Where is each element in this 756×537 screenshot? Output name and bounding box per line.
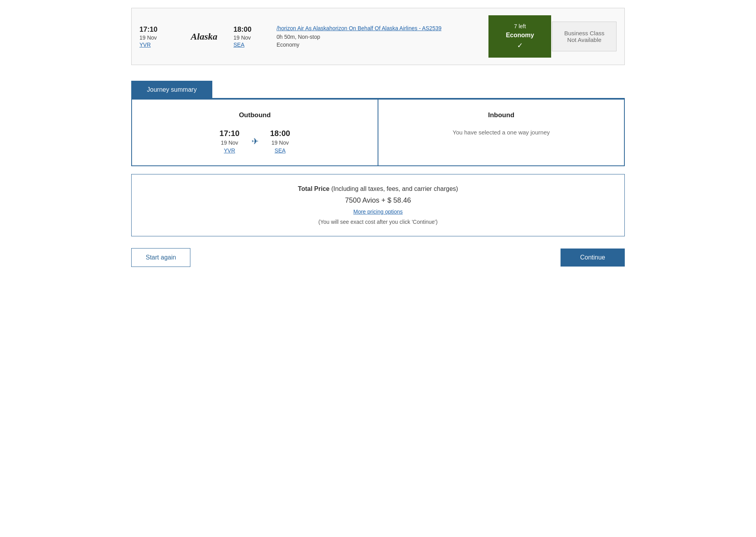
outbound-arr-date: 19 Nov xyxy=(270,140,290,146)
flight-details: /horizon Air As Alaskahorizon On Behalf … xyxy=(269,25,488,48)
business-not-available: Not Available xyxy=(567,36,601,43)
more-pricing-options-link[interactable]: More pricing options xyxy=(139,209,617,215)
outbound-route: 17:10 19 Nov YVR ✈ 18:00 19 Nov SEA xyxy=(140,129,370,154)
economy-class-label: Economy xyxy=(506,32,534,39)
arrival-info: 18:00 19 Nov SEA xyxy=(233,25,269,48)
departure-time: 17:10 xyxy=(139,25,175,34)
outbound-dep-time: 17:10 xyxy=(219,129,239,138)
airline-logo: Alaska xyxy=(186,31,222,42)
bottom-buttons: Start again Continue xyxy=(131,248,625,267)
pricing-box: Total Price (Including all taxes, fees, … xyxy=(131,174,625,236)
departure-info: 17:10 19 Nov YVR xyxy=(139,25,175,48)
arrival-airport[interactable]: SEA xyxy=(233,42,269,48)
plane-icon: ✈ xyxy=(251,136,259,147)
total-price-rest: (Including all taxes, fees, and carrier … xyxy=(329,185,458,192)
arrival-date: 19 Nov xyxy=(233,34,269,41)
total-price-label: Total Price (Including all taxes, fees, … xyxy=(139,185,617,192)
outbound-arr-airport[interactable]: SEA xyxy=(270,147,290,154)
outbound-title: Outbound xyxy=(140,111,370,119)
economy-checkmark: ✓ xyxy=(517,41,523,50)
business-option: Business Class Not Available xyxy=(552,22,617,51)
economy-option[interactable]: 7 left Economy ✓ xyxy=(488,15,551,58)
inbound-title: Inbound xyxy=(386,111,616,119)
pricing-note: (You will see exact cost after you click… xyxy=(139,219,617,225)
flight-class: Economy xyxy=(277,42,481,48)
outbound-card: Outbound 17:10 19 Nov YVR ✈ 18:00 19 Nov… xyxy=(132,99,378,166)
airline-link[interactable]: /horizon Air As Alaskahorizon On Behalf … xyxy=(277,25,481,31)
outbound-dep-airport[interactable]: YVR xyxy=(219,147,239,154)
seats-left: 7 left xyxy=(514,23,526,29)
outbound-arr-time: 18:00 xyxy=(270,129,290,138)
outbound-arrival: 18:00 19 Nov SEA xyxy=(270,129,290,154)
inbound-card: Inbound You have selected a one way jour… xyxy=(378,99,624,166)
inbound-message: You have selected a one way journey xyxy=(386,129,616,136)
header-divider xyxy=(212,98,625,99)
arrival-time: 18:00 xyxy=(233,25,269,34)
flight-duration: 0h 50m, Non-stop xyxy=(277,34,481,40)
business-class-label: Business Class xyxy=(564,30,604,36)
continue-button[interactable]: Continue xyxy=(561,249,625,267)
journey-summary-tab[interactable]: Journey summary xyxy=(131,81,212,99)
outbound-dep-date: 19 Nov xyxy=(219,140,239,146)
outbound-departure: 17:10 19 Nov YVR xyxy=(219,129,239,154)
start-again-button[interactable]: Start again xyxy=(131,248,190,267)
total-price-bold: Total Price xyxy=(298,185,330,192)
journey-summary-header: Journey summary xyxy=(131,81,625,99)
price-value: 7500 Avios + $ 58.46 xyxy=(139,196,617,205)
journey-cards: Outbound 17:10 19 Nov YVR ✈ 18:00 19 Nov… xyxy=(131,99,625,166)
flight-card: 17:10 19 Nov YVR Alaska 18:00 19 Nov SEA… xyxy=(131,8,625,65)
departure-date: 19 Nov xyxy=(139,34,175,41)
departure-airport[interactable]: YVR xyxy=(139,42,175,48)
